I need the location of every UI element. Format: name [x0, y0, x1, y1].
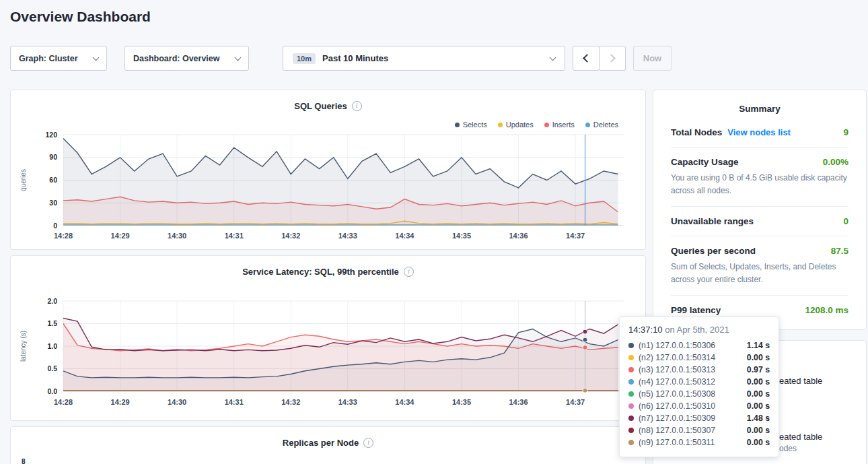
summary-row-unavailable-ranges: Unavailable ranges 0	[671, 207, 848, 236]
chevron-down-icon	[550, 54, 556, 61]
svg-text:14:33: 14:33	[338, 232, 357, 240]
svg-text:14:31: 14:31	[225, 398, 244, 406]
summary-row-total-nodes: Total Nodes View nodes list 9	[671, 118, 848, 147]
svg-text:14:28: 14:28	[54, 398, 73, 406]
info-icon[interactable]: i	[404, 267, 414, 277]
p99-latency-value: 1208.0 ms	[805, 305, 848, 315]
node-latency-value: 0.00 s	[747, 353, 770, 362]
event-text-fragment: eated table	[779, 432, 822, 442]
tooltip-row: (n7) 127.0.0.1:503091.48 s	[628, 412, 770, 424]
node-label: (n1) 127.0.0.1:50306	[639, 341, 742, 350]
svg-text:60: 60	[49, 176, 57, 184]
sql-queries-chart[interactable]: 14:2814:2914:3014:3114:3214:3314:3414:35…	[16, 128, 641, 245]
node-label: (n4) 127.0.0.1:50312	[639, 377, 742, 387]
node-color-dot	[628, 428, 634, 433]
sql-queries-panel: SQL Queries i SelectsUpdatesInsertsDelet…	[10, 90, 646, 250]
service-latency-svg: 14:2814:2914:3014:3114:3214:3314:3414:35…	[16, 291, 641, 409]
dashboard-dropdown[interactable]: Dashboard: Overview	[124, 46, 249, 71]
svg-text:1.0: 1.0	[47, 342, 57, 350]
node-color-dot	[628, 403, 634, 409]
svg-text:0.5: 0.5	[47, 364, 57, 372]
node-latency-value: 1.48 s	[747, 413, 770, 423]
event-text-fragment: eated table	[779, 376, 822, 386]
capacity-usage-desc: You are using 0 B of 4.5 GiB usable disk…	[671, 172, 848, 197]
service-latency-panel: Service Latency: SQL, 99th percentile i …	[10, 255, 646, 421]
tooltip-row: (n1) 127.0.0.1:503061.14 s	[628, 339, 770, 352]
node-color-dot	[628, 416, 634, 421]
svg-text:14:36: 14:36	[509, 398, 528, 406]
qps-label: Queries per second	[671, 246, 756, 256]
capacity-usage-label: Capacity Usage	[671, 157, 739, 167]
tooltip-row: (n4) 127.0.0.1:503120.00 s	[628, 376, 770, 388]
svg-text:14:28: 14:28	[54, 232, 73, 240]
time-range-dropdown[interactable]: 10m Past 10 Minutes	[283, 46, 565, 71]
node-label: (n6) 127.0.0.1:50310	[639, 401, 742, 411]
svg-text:14:35: 14:35	[452, 398, 471, 406]
total-nodes-value: 9	[843, 127, 848, 137]
tooltip-row: (n2) 127.0.0.1:503140.00 s	[628, 352, 770, 364]
chart-title-text: SQL Queries	[294, 101, 347, 111]
node-latency-value: 1.14 s	[747, 341, 770, 350]
dashboard-label: Dashboard: Overview	[133, 54, 220, 63]
info-icon[interactable]: i	[352, 101, 362, 111]
svg-text:14:33: 14:33	[338, 398, 357, 406]
node-label: (n5) 127.0.0.1:50308	[639, 389, 742, 399]
node-label: (n7) 127.0.0.1:50309	[639, 413, 742, 423]
svg-text:14:30: 14:30	[168, 232, 186, 240]
summary-panel: Summary Total Nodes View nodes list 9 Ca…	[653, 90, 867, 330]
overview-dashboard-page: Overview Dashboard Graph: Cluster Dashbo…	[0, 0, 868, 464]
svg-text:0: 0	[53, 222, 57, 230]
tooltip-time: 14:37:10	[628, 325, 663, 335]
node-latency-value: 0.00 s	[747, 426, 770, 435]
summary-row-qps: Queries per second 87.5 Sum of Selects, …	[671, 236, 848, 296]
node-label: (n2) 127.0.0.1:50314	[639, 353, 742, 362]
svg-text:14:34: 14:34	[395, 398, 414, 406]
qps-desc: Sum of Selects, Updates, Inserts, and De…	[671, 261, 848, 286]
svg-text:90: 90	[49, 153, 57, 161]
sql-queries-svg: 14:2814:2914:3014:3114:3214:3314:3414:35…	[16, 128, 641, 242]
svg-text:14:37: 14:37	[566, 398, 585, 406]
node-label: (n3) 127.0.0.1:50313	[639, 365, 742, 374]
chart-hover-tooltip: 14:37:10 on Apr 5th, 2021 (n1) 127.0.0.1…	[619, 317, 779, 457]
node-latency-value: 0.00 s	[747, 389, 770, 399]
total-nodes-label: Total Nodes	[671, 127, 722, 137]
legend-dot	[498, 123, 503, 127]
svg-text:14:35: 14:35	[452, 232, 471, 240]
chevron-right-icon	[607, 54, 616, 63]
node-latency-value: 0.00 s	[747, 377, 770, 387]
next-time-button[interactable]	[599, 46, 626, 71]
chart-title-text: Service Latency: SQL, 99th percentile	[242, 267, 399, 277]
chevron-down-icon	[93, 54, 100, 61]
now-button[interactable]: Now	[633, 46, 672, 71]
page-title: Overview Dashboard	[10, 9, 151, 25]
node-color-dot	[628, 391, 634, 397]
svg-text:2.0: 2.0	[47, 297, 57, 305]
capacity-usage-value: 0.00%	[823, 157, 848, 167]
replicas-panel: Replicas per Node i 8	[10, 426, 646, 464]
node-color-dot	[628, 343, 634, 348]
node-latency-value: 0.97 s	[747, 365, 770, 374]
svg-text:latency (s): latency (s)	[20, 331, 27, 362]
svg-text:120: 120	[45, 131, 57, 139]
svg-text:14:30: 14:30	[168, 398, 186, 406]
node-color-dot	[628, 355, 634, 360]
service-latency-chart[interactable]: 14:2814:2914:3014:3114:3214:3314:3414:35…	[16, 291, 641, 411]
node-latency-value: 0.00 s	[747, 438, 770, 447]
node-color-dot	[628, 367, 634, 372]
qps-value: 87.5	[831, 246, 848, 256]
svg-text:0.0: 0.0	[47, 387, 57, 395]
view-nodes-list-link[interactable]: View nodes list	[727, 127, 791, 137]
svg-text:14:32: 14:32	[281, 398, 300, 406]
time-range-badge: 10m	[293, 53, 316, 64]
graph-scope-dropdown[interactable]: Graph: Cluster	[10, 46, 107, 71]
svg-text:14:37: 14:37	[566, 232, 585, 240]
prev-time-button[interactable]	[573, 46, 600, 71]
node-label: (n9) 127.0.0.1:50311	[639, 438, 742, 447]
tooltip-date: on Apr 5th, 2021	[665, 325, 729, 335]
svg-text:14:29: 14:29	[111, 232, 130, 240]
summary-title: Summary	[653, 90, 866, 118]
tooltip-header: 14:37:10 on Apr 5th, 2021	[628, 325, 770, 335]
tooltip-row: (n6) 127.0.0.1:503100.00 s	[628, 400, 770, 412]
svg-text:14:31: 14:31	[225, 232, 244, 240]
info-icon[interactable]: i	[363, 438, 373, 448]
